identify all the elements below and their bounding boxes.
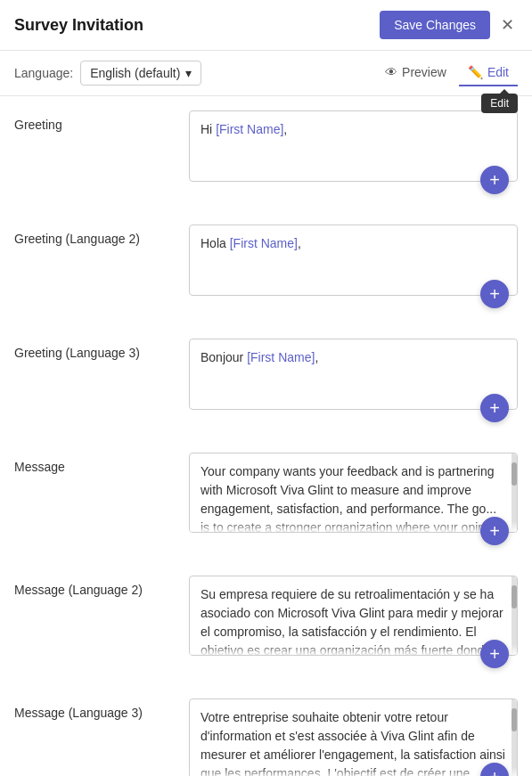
message-lang3-textbox[interactable]: Votre entreprise souhaite obtenir votre … — [189, 698, 518, 776]
tab-group: 👁 Preview ✏️ Edit — [376, 60, 518, 86]
message-lang2-textbox[interactable]: Su empresa requiere de su retroalimentac… — [189, 576, 518, 656]
scrollbar-thumb — [512, 462, 517, 486]
greeting-lang3-highlight: [First Name] — [247, 350, 315, 364]
greeting-lang3-plain: Bonjour — [201, 350, 247, 364]
message-lang3-label: Message (Language 3) — [14, 698, 175, 720]
greeting-highlight: [First Name] — [216, 122, 283, 136]
chevron-down-icon: ▾ — [185, 66, 192, 80]
greeting-add-button[interactable]: + — [480, 166, 509, 194]
header: Survey Invitation Save Changes ✕ — [0, 0, 532, 51]
greeting-lang2-highlight: [First Name] — [230, 236, 298, 250]
tab-edit[interactable]: ✏️ Edit — [459, 60, 518, 86]
toolbar: Language: English (default) ▾ 👁 Preview … — [0, 51, 532, 96]
message-add-button[interactable]: + — [480, 517, 509, 545]
scrollbar-lang3[interactable] — [512, 699, 517, 776]
message-lang2-content: Su empresa requiere de su retroalimentac… — [201, 585, 506, 656]
greeting-lang2-content: Hola [First Name], — [201, 234, 506, 253]
pencil-icon: ✏️ — [468, 65, 483, 79]
message-lang3-content: Votre entreprise souhaite obtenir votre … — [201, 708, 506, 776]
greeting-textbox[interactable]: Hi [First Name], — [189, 110, 518, 182]
greeting-lang3-add-button[interactable]: + — [480, 394, 509, 422]
greeting-lang2-after: , — [298, 236, 301, 250]
tab-preview[interactable]: 👁 Preview — [376, 60, 455, 86]
language-select: Language: English (default) ▾ — [14, 61, 201, 86]
greeting-lang3-textbox[interactable]: Bonjour [First Name], — [189, 339, 518, 410]
content: Greeting Hi [First Name], + Greeting (La… — [0, 96, 532, 776]
greeting-lang2-input-wrapper: Hola [First Name], + — [189, 225, 518, 296]
preview-tab-label: Preview — [402, 65, 446, 79]
greeting-lang3-row: Greeting (Language 3) Bonjour [First Nam… — [14, 324, 518, 424]
message-lang2-label: Message (Language 2) — [14, 576, 175, 597]
scrollbar[interactable] — [512, 453, 517, 532]
message-lang3-row: Message (Language 3) Votre entreprise so… — [14, 684, 518, 776]
message-lang3-input-wrapper: Votre entreprise souhaite obtenir votre … — [189, 698, 518, 776]
message-textbox[interactable]: Your company wants your feedback and is … — [189, 453, 518, 533]
greeting-lang2-add-button[interactable]: + — [480, 280, 509, 308]
greeting-lang2-plain: Hola — [201, 236, 230, 250]
greeting-lang3-after: , — [315, 350, 318, 364]
greeting-lang3-input-wrapper: Bonjour [First Name], + — [189, 339, 518, 410]
greeting-row: Greeting Hi [First Name], + — [14, 96, 518, 196]
greeting-content: Hi [First Name], — [201, 120, 506, 139]
greeting-after: , — [283, 122, 287, 136]
message-lang2-input-wrapper: Su empresa requiere de su retroalimentac… — [189, 576, 518, 656]
edit-tab-label: Edit — [487, 65, 509, 79]
eye-icon: 👁 — [385, 65, 397, 79]
message-input-wrapper: Your company wants your feedback and is … — [189, 453, 518, 533]
message-lang2-row: Message (Language 2) Su empresa requiere… — [14, 561, 518, 670]
message-row: Message Your company wants your feedback… — [14, 438, 518, 547]
edit-tooltip: Edit — [481, 94, 518, 113]
scrollbar-thumb-lang2 — [512, 585, 517, 609]
greeting-lang2-label: Greeting (Language 2) — [14, 225, 175, 246]
language-dropdown[interactable]: English (default) ▾ — [80, 61, 201, 86]
greeting-lang2-row: Greeting (Language 2) Hola [First Name],… — [14, 210, 518, 310]
greeting-lang3-content: Bonjour [First Name], — [201, 348, 506, 367]
message-content: Your company wants your feedback and is … — [201, 462, 506, 533]
greeting-plain: Hi — [201, 122, 216, 136]
header-actions: Save Changes ✕ — [380, 11, 518, 39]
greeting-input-wrapper: Hi [First Name], + — [189, 110, 518, 182]
page-title: Survey Invitation — [14, 16, 143, 35]
message-label: Message — [14, 453, 175, 474]
language-label: Language: — [14, 66, 73, 80]
scrollbar-thumb-lang3 — [512, 708, 517, 731]
save-button[interactable]: Save Changes — [380, 11, 490, 39]
close-icon: ✕ — [501, 15, 514, 35]
scrollbar-lang2[interactable] — [512, 576, 517, 655]
greeting-label: Greeting — [14, 110, 175, 132]
message-lang2-add-button[interactable]: + — [480, 640, 509, 668]
greeting-lang3-label: Greeting (Language 3) — [14, 339, 175, 360]
greeting-lang2-textbox[interactable]: Hola [First Name], — [189, 225, 518, 296]
language-value: English (default) — [90, 66, 180, 80]
close-button[interactable]: ✕ — [497, 12, 518, 38]
